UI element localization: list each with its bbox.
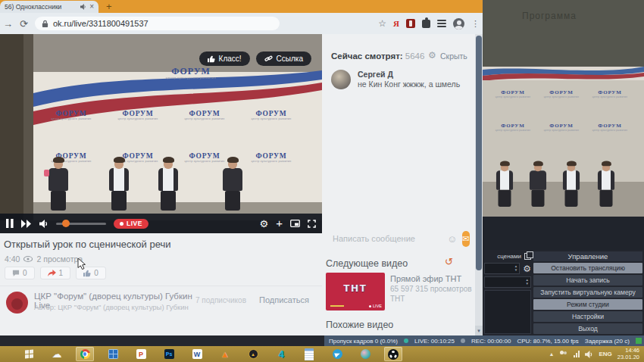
- next-video-thumbnail[interactable]: ТНТ LIVE: [326, 273, 385, 311]
- controls-dock-title: Управление: [533, 251, 642, 261]
- tray-expand-icon[interactable]: ▲: [549, 351, 555, 357]
- scrollbar-thumb[interactable]: [476, 36, 482, 270]
- taskbar-triangle-app-icon[interactable]: ▲: [244, 347, 262, 361]
- next-video-views: 65 597 315 просмотров: [390, 285, 472, 293]
- likes-count: 0: [94, 269, 98, 277]
- message-input[interactable]: [331, 233, 442, 244]
- player-add-icon[interactable]: +: [276, 218, 283, 229]
- next-video-heading: Следующее видео: [326, 258, 408, 269]
- comments-button[interactable]: 0: [5, 267, 35, 279]
- next-video-title[interactable]: Прямой эфир ТНТ: [390, 274, 461, 283]
- tab-audio-icon[interactable]: [80, 4, 86, 10]
- person-silhouette: [106, 159, 132, 211]
- bookmark-star-icon[interactable]: ☆: [378, 18, 386, 29]
- comment-author[interactable]: Сергей Д: [358, 70, 393, 79]
- forum-logo: ФОРУМцентр культурного развития: [586, 123, 634, 154]
- video-player[interactable]: ФОРУМцентр культурного развития ФОРУМцен…: [0, 34, 322, 233]
- taskbar-powerpoint-icon[interactable]: P: [132, 347, 150, 361]
- taskbar-4k-app-icon[interactable]: 4: [272, 347, 290, 361]
- klass-like-button[interactable]: Класс!: [199, 51, 250, 66]
- taskbar-word-icon[interactable]: W: [188, 347, 206, 361]
- red-extension-icon[interactable]: [406, 19, 415, 28]
- copy-icon[interactable]: [524, 253, 531, 260]
- tray-date: 23.01.20: [617, 354, 639, 361]
- profile-avatar[interactable]: [453, 18, 464, 30]
- taskbar-telegram-icon[interactable]: [328, 347, 346, 361]
- person-silhouette: [155, 159, 181, 211]
- new-tab-button[interactable]: +: [106, 2, 112, 11]
- hide-chat-button[interactable]: Скрыть: [440, 51, 467, 61]
- forum-logo: ФОРУМцентр культурного развития: [149, 67, 233, 120]
- volume-slider[interactable]: [56, 223, 106, 225]
- obs-stop-streaming-button[interactable]: Остановить трансляцию: [533, 263, 642, 273]
- obs-settings-button[interactable]: Настройки: [533, 311, 642, 322]
- taskbar-paint-app-icon[interactable]: [356, 347, 374, 361]
- tab-close-icon[interactable]: ×: [89, 3, 94, 11]
- tray-volume-icon[interactable]: [585, 351, 593, 358]
- player-settings-icon[interactable]: ⚙: [260, 218, 269, 229]
- browser-tab[interactable]: 56) Одноклассники ×: [0, 1, 98, 13]
- video-actions: 0 1 0: [5, 267, 106, 279]
- channel-avatar[interactable]: [6, 292, 28, 314]
- transition-settings-icon[interactable]: ⚙: [523, 264, 531, 274]
- network-signal-icon[interactable]: [574, 351, 580, 357]
- keyboard-language[interactable]: ENG: [599, 351, 611, 357]
- thumbs-up-icon: [208, 55, 215, 63]
- watching-label: Сейчас смотрят:: [331, 51, 403, 61]
- transition-duration-spinner[interactable]: ▲▼: [484, 276, 531, 288]
- link-icon: [264, 55, 273, 63]
- video-title: Открытый урок по сценической речи: [4, 239, 170, 250]
- comment-avatar[interactable]: [331, 70, 351, 89]
- subscribe-button[interactable]: Подписаться: [259, 295, 309, 304]
- taskbar-chrome-icon[interactable]: [76, 347, 94, 361]
- tab-strip: 56) Одноклассники × +: [0, 0, 483, 13]
- person-silhouette: [527, 163, 549, 207]
- send-message-button[interactable]: ✉: [462, 231, 469, 247]
- browser-menu-icon[interactable]: ⋮: [471, 19, 480, 29]
- start-button[interactable]: [20, 347, 38, 361]
- taskbar-obs-icon[interactable]: [384, 347, 402, 361]
- extensions-puzzle-icon[interactable]: [422, 20, 430, 28]
- obs-preview[interactable]: Программа ФОРУМцентр культурного развити…: [483, 0, 644, 250]
- tray-clock[interactable]: 14:46 23.01.20: [617, 348, 639, 360]
- forward-icon[interactable]: →: [3, 18, 13, 30]
- share-link-button[interactable]: Ссылка: [256, 51, 311, 66]
- obs-studio-mode-button[interactable]: Режим студии: [533, 299, 642, 310]
- obs-virtual-camera-button[interactable]: Запустить виртуальную камеру: [533, 287, 642, 298]
- tray-people-icon[interactable]: [559, 351, 568, 357]
- taskbar-vlc-icon[interactable]: ▲: [216, 347, 234, 361]
- pause-button[interactable]: [6, 219, 14, 228]
- volume-knob[interactable]: [62, 220, 70, 227]
- stream-health-icon: [404, 339, 408, 343]
- rec-time-status: REC: 00:00:00: [471, 338, 511, 345]
- taskbar-photoshop-icon[interactable]: Ps: [160, 347, 178, 361]
- fullscreen-icon[interactable]: [308, 220, 316, 228]
- page-scrollbar[interactable]: ▼: [475, 34, 483, 335]
- comment-text: не Кин Конг жжжж, а шмель: [358, 80, 460, 89]
- taskbar-notes-icon[interactable]: [300, 347, 318, 361]
- taskbar-cloud-app-icon[interactable]: ☁: [48, 347, 66, 361]
- url-bar[interactable]: ok.ru/live/3311800491537: [35, 17, 280, 30]
- yandex-extension-icon[interactable]: Я: [393, 19, 399, 28]
- scrollbar-down-arrow[interactable]: ▼: [475, 326, 483, 335]
- skip-forward-button[interactable]: [21, 220, 32, 228]
- person-silhouette: [45, 159, 71, 211]
- reload-icon[interactable]: ⟳: [20, 18, 28, 30]
- volume-icon[interactable]: [39, 220, 48, 228]
- transitions-label: сценами: [497, 253, 521, 260]
- miniplayer-icon[interactable]: [290, 220, 300, 227]
- obs-exit-button[interactable]: Выход: [533, 323, 642, 334]
- next-video-channel[interactable]: ТНТ: [390, 295, 405, 303]
- shares-count: 1: [59, 269, 64, 277]
- delay-status: Задержка (20 с): [585, 338, 630, 345]
- dropped-frames-status: Пропуск кадров 0 (0.0%): [329, 338, 398, 345]
- sidebar-settings-icon[interactable]: ⚙: [428, 50, 436, 61]
- transition-select[interactable]: ▲▼: [484, 263, 520, 274]
- share-button[interactable]: 1: [40, 267, 71, 279]
- channel-subscribers: 7 подписчиков: [195, 296, 246, 304]
- emoji-smiley-icon[interactable]: ☺: [447, 233, 457, 245]
- bookmarks-list-icon[interactable]: [437, 20, 446, 27]
- obs-start-recording-button[interactable]: Начать запись: [533, 275, 642, 286]
- taskbar-panels-app-icon[interactable]: [104, 347, 122, 361]
- autoplay-toggle-icon[interactable]: ↻: [445, 256, 453, 267]
